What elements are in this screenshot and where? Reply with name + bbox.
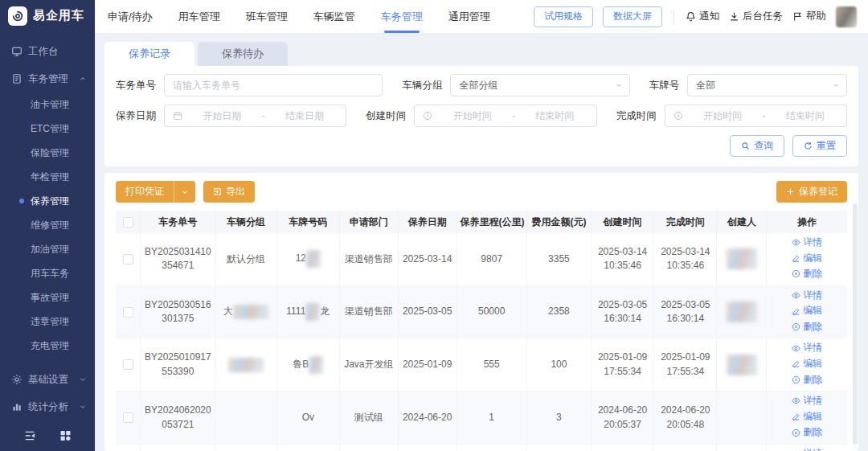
delete-icon [792, 269, 800, 278]
cost-cell: 3 [526, 392, 591, 445]
actions-cell: 详情编辑删除 [767, 233, 847, 285]
plate-select[interactable]: 全部 [687, 74, 847, 96]
row-checkbox[interactable] [123, 254, 133, 264]
edit-icon [792, 412, 800, 421]
monitor-icon [11, 46, 23, 57]
date-range-picker[interactable]: 开始时间-结束时间 [414, 105, 596, 127]
vehicle-group-cell: 大 [215, 285, 276, 338]
row-checkbox[interactable] [123, 307, 133, 318]
actions-cell: 详情编辑删除 [767, 392, 847, 445]
background-tasks-link[interactable]: 后台任务 [729, 10, 783, 23]
order-no-label: 车务单号 [116, 79, 156, 92]
eye-icon [792, 238, 800, 247]
sidebar-subitem-加油管理[interactable]: 加油管理 [0, 237, 95, 261]
edit-link[interactable]: 编辑 [792, 304, 822, 318]
maintenance-date-cell: 2025-03-14 [398, 233, 457, 285]
nav-item-通用管理[interactable]: 通用管理 [447, 0, 492, 33]
edit-link[interactable]: 编辑 [792, 252, 822, 265]
help-link[interactable]: 帮助 [792, 10, 826, 23]
delete-link[interactable]: 删除 [792, 320, 822, 334]
nav-item-用车管理[interactable]: 用车管理 [177, 0, 222, 33]
row-checkbox[interactable] [123, 359, 133, 370]
completed-time-cell: 2023-12-13 17:17:55 [654, 444, 717, 451]
creator-cell [717, 233, 767, 285]
maintenance-date-cell: 2024-06-20 [398, 392, 457, 445]
sidebar-subitem-年检管理[interactable]: 年检管理 [0, 165, 95, 189]
chevron-down-icon [615, 81, 623, 89]
creator-cell [717, 285, 767, 338]
sidebar-subitem-维修管理[interactable]: 维修管理 [0, 213, 95, 237]
chevron-down-icon [79, 375, 87, 383]
redacted-content [305, 303, 320, 321]
sidebar-item-vehicle-affairs[interactable]: 车务管理 [0, 65, 95, 92]
scrollbar[interactable] [853, 203, 858, 445]
nav-item-申请/待办[interactable]: 申请/待办 [106, 0, 154, 33]
data-screen-button[interactable]: 数据大屏 [603, 6, 662, 27]
export-button[interactable]: 导出 [203, 181, 255, 203]
divider [674, 10, 674, 24]
nav-item-车辆监管[interactable]: 车辆监管 [312, 0, 357, 33]
detail-link[interactable]: 详情 [792, 236, 822, 249]
tab-maintenance-records[interactable]: 保养记录 [104, 42, 194, 66]
created-time-cell: 2024-06-20 20:05:37 [591, 392, 653, 445]
sidebar-subitem-保养管理[interactable]: 保养管理 [0, 189, 95, 213]
register-maintenance-button[interactable]: 保养登记 [776, 181, 847, 203]
sidebar-subitem-保险管理[interactable]: 保险管理 [0, 141, 95, 165]
sidebar-item-workbench[interactable]: 工作台 [0, 38, 95, 65]
nav-item-班车管理[interactable]: 班车管理 [244, 0, 289, 33]
maintenance-date-cell: 2025-03-05 [398, 285, 457, 338]
edit-link[interactable]: 编辑 [792, 357, 822, 371]
cost-cell: 3355 [526, 233, 591, 285]
chevron-up-icon [79, 75, 87, 83]
range-separator: - [262, 110, 265, 121]
order-no-cell: BY2025031410354671 [141, 233, 215, 285]
document-icon [11, 73, 23, 84]
select-all-checkbox[interactable] [123, 217, 133, 228]
detail-link[interactable]: 详情 [792, 289, 822, 302]
edit-link[interactable]: 编辑 [792, 410, 822, 424]
delete-link[interactable]: 删除 [792, 425, 822, 439]
vehicle-group-select[interactable]: 全部分组 [450, 74, 629, 96]
sidebar-subitem-充电管理[interactable]: 充电管理 [0, 334, 95, 358]
redacted-content [727, 301, 757, 322]
notifications-link[interactable]: 通知 [686, 10, 719, 23]
sidebar-item-statistics[interactable]: 统计分析 [0, 393, 95, 420]
collapse-sidebar-icon[interactable] [23, 429, 37, 442]
range-label: 完成时间 [616, 109, 657, 123]
sidebar-subitem-事故管理[interactable]: 事故管理 [0, 285, 95, 310]
detail-link[interactable]: 详情 [792, 447, 822, 451]
trial-spec-button[interactable]: 试用规格 [534, 6, 593, 27]
edit-icon [792, 254, 800, 263]
table-row: BY2025030516301375大1111龙渠道销售部2025-03-055… [116, 285, 847, 338]
filter-range-创建时间: 创建时间开始时间-结束时间 [366, 105, 596, 127]
chevron-down-icon [79, 403, 87, 411]
order-no-input[interactable] [165, 75, 382, 96]
tab-maintenance-todo[interactable]: 保养待办 [198, 42, 288, 66]
date-range-picker[interactable]: 开始日期-结束日期 [164, 105, 346, 127]
detail-link[interactable]: 详情 [792, 394, 822, 408]
plate-cell: 12 [276, 233, 339, 285]
filter-panel: 车务单号 车辆分组 全部分组 车牌号 [104, 66, 858, 166]
apps-grid-icon[interactable] [59, 429, 72, 442]
actions-cell: 详情编辑删除 [767, 444, 847, 451]
table-row: BY2025010917553390鲁BJava开发组2025-01-09555… [116, 338, 847, 392]
order-no-cell: BY2025030516301375 [141, 285, 215, 338]
sidebar-subitem-违章管理[interactable]: 违章管理 [0, 310, 95, 334]
search-button[interactable]: 查询 [730, 135, 784, 157]
user-avatar[interactable] [836, 6, 857, 27]
delete-link[interactable]: 删除 [792, 373, 822, 387]
print-dropdown-arrow[interactable] [174, 181, 195, 203]
sidebar-item-basic-settings[interactable]: 基础设置 [0, 366, 95, 393]
column-header-车务单号: 车务单号 [141, 211, 215, 233]
row-checkbox[interactable] [123, 412, 133, 423]
sidebar-subitem-ETC管理[interactable]: ETC管理 [0, 117, 95, 141]
sidebar-subitem-用车车务[interactable]: 用车车务 [0, 261, 95, 285]
detail-link[interactable]: 详情 [792, 341, 822, 355]
delete-link[interactable]: 删除 [792, 267, 822, 281]
sidebar-subitem-油卡管理[interactable]: 油卡管理 [0, 92, 95, 117]
reset-button[interactable]: 重置 [792, 135, 847, 157]
print-voucher-button[interactable]: 打印凭证 [116, 181, 195, 203]
nav-item-车务管理[interactable]: 车务管理 [379, 0, 424, 33]
column-header-完成时间: 完成时间 [654, 211, 717, 233]
date-range-picker[interactable]: 开始时间-结束时间 [665, 105, 847, 127]
